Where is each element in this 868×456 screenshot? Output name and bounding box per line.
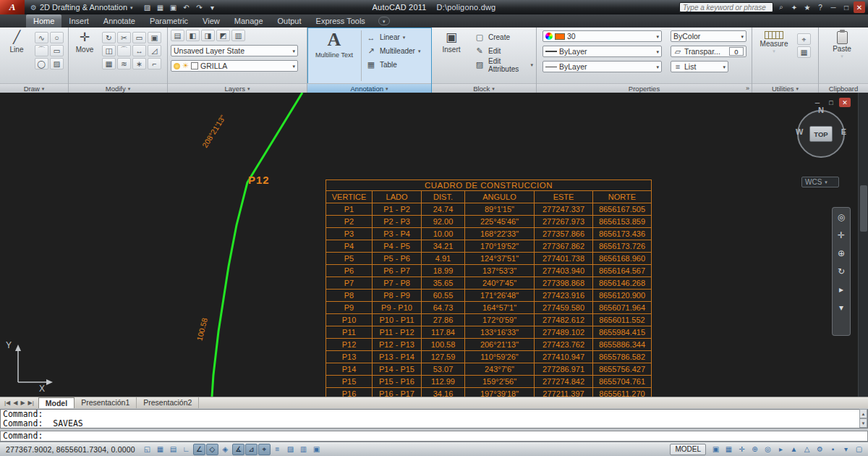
viewcube-east[interactable]: E [841,127,846,136]
object-snap-tracking-icon[interactable]: ∡ [232,444,244,455]
quick-calc-icon[interactable]: ▦ [797,46,811,58]
transparency-control[interactable]: ▱ Transpar... 0 [671,46,746,57]
explode-icon[interactable]: ∗ [132,58,146,69]
viewcube-top-face[interactable]: TOP [809,126,833,142]
ribbon-tab-view[interactable]: View [195,14,227,28]
status-menu-icon[interactable]: ▾ [840,444,852,455]
maximize-icon[interactable]: □ [841,1,852,13]
linetype-dropdown[interactable]: ByLayer [542,61,662,72]
infer-constraints-icon[interactable]: ◱ [141,444,153,455]
ribbon-tab-express-tools[interactable]: Express Tools [309,14,373,28]
list-dropdown[interactable]: ≡ List [671,61,728,72]
object-color-dropdown[interactable]: 30 [542,30,662,42]
polyline-icon[interactable]: ∿ [35,32,48,43]
quick-properties-icon[interactable]: ▥ [297,444,310,455]
circle-icon[interactable]: ○ [50,32,64,43]
ribbon-minimize-button[interactable] [378,17,390,25]
clean-screen-icon[interactable]: ▢ [853,444,865,455]
plot-style-dropdown[interactable]: ByColor [671,30,746,42]
line-button[interactable]: ╱ Line [1,30,32,54]
orbit-icon[interactable]: ↻ [835,265,848,278]
showmotion-icon[interactable]: ▸ [835,283,848,296]
linear-dimension-button[interactable]: ↔Linear [364,30,429,44]
last-layout-button[interactable]: ▶| [27,400,35,406]
quick-view-drawings-icon[interactable]: ▦ [723,444,735,455]
layer-isolate-icon[interactable]: ◧ [186,30,200,41]
command-input[interactable]: Command: [0,431,868,442]
selection-cycling-icon[interactable]: ▣ [310,444,323,455]
layout-tab-model[interactable]: Model [38,397,75,408]
snap-icon[interactable]: ▦ [154,444,166,455]
viewcube[interactable]: N W E TOP [793,106,849,162]
ribbon-tab-parametric[interactable]: Parametric [142,14,195,28]
insert-block-button[interactable]: ▣ Insert [435,30,468,54]
save-icon[interactable]: ▦ [155,1,166,13]
panel-footer-properties[interactable]: Properties [537,83,752,93]
array-icon[interactable]: ▦ [102,58,116,69]
copy-icon[interactable]: ▣ [148,32,161,43]
layer-properties-icon[interactable]: ▤ [171,30,184,41]
layout-tab-presentación2[interactable]: Presentación2 [137,397,199,408]
infocenter-search-input[interactable] [679,2,773,12]
scrollbar-thumb[interactable] [860,185,867,232]
edit-attributes-button[interactable]: ▨Edit Attributes [472,58,535,72]
measure-button[interactable]: Measure [757,31,791,54]
panel-footer-draw[interactable]: Draw [0,83,68,93]
layer-states-icon[interactable]: ▥ [231,30,245,41]
id-point-icon[interactable]: ⌖ [797,33,811,45]
subscription-center-icon[interactable]: ✦ [788,1,800,13]
redo-icon[interactable]: ↷ [194,1,205,13]
grid-icon[interactable]: ▤ [167,444,179,455]
ribbon-tab-insert[interactable]: Insert [61,14,96,28]
favorites-icon[interactable]: ★ [801,1,813,13]
ellipse-icon[interactable]: ◯ [35,58,48,69]
navbar-menu-icon[interactable]: ▾ [835,301,848,314]
steering-wheel-icon[interactable]: ◎ [835,211,848,224]
pan-icon[interactable]: ✛ [835,229,848,242]
scale-icon[interactable]: ◿ [148,45,161,56]
viewcube-west[interactable]: W [796,127,803,136]
open-icon[interactable]: ▨ [142,1,153,13]
annotation-scale-icon[interactable]: ▲ [788,444,800,455]
layer-freeze-icon[interactable]: ◨ [201,30,215,41]
command-scroll-up-icon[interactable] [859,409,867,418]
table-button[interactable]: ▦Table [364,58,429,72]
search-icon[interactable]: ⌕ [775,1,787,13]
dynamic-input-icon[interactable]: ⌖ [258,444,271,455]
workspace-switcher[interactable]: ⚙ 2D Drafting & Annotation [25,0,139,14]
prev-layout-button[interactable]: ◀ [12,400,18,406]
steering-wheel-icon[interactable]: ◎ [762,444,774,455]
showmotion-icon[interactable]: ▸ [775,444,787,455]
panel-footer-annotation[interactable]: Annotation [307,83,431,93]
paste-button[interactable]: Paste [826,31,858,59]
hatch-icon[interactable]: ▨ [50,58,64,69]
create-block-button[interactable]: ▢Create [472,30,535,44]
arc-icon[interactable]: ⌒ [35,45,48,56]
viewcube-north[interactable]: N [818,106,824,114]
panel-footer-utilities[interactable]: Utilities [752,83,818,93]
rotate-icon[interactable]: ↻ [102,32,116,43]
panel-footer-layers[interactable]: Layers [168,83,307,93]
move-button[interactable]: ✛ Move [70,30,99,54]
first-layout-button[interactable]: |◀ [4,400,11,406]
panel-footer-block[interactable]: Block [432,83,536,93]
ribbon-tab-manage[interactable]: Manage [227,14,271,28]
command-history[interactable]: Command:Command: _SAVEAS [0,409,868,428]
lineweight-icon[interactable]: ≡ [271,444,284,455]
multileader-button[interactable]: ↗Multileader [364,44,429,58]
pan-icon[interactable]: ✛ [736,444,748,455]
undo-icon[interactable]: ↶ [181,1,192,13]
minimize-icon[interactable]: ─ [827,1,839,13]
trim-icon[interactable]: ✂ [117,32,131,43]
next-layout-button[interactable]: ▶ [20,400,25,406]
wcs-dropdown[interactable]: WCS [801,177,839,187]
stretch-icon[interactable]: ↔ [132,45,146,56]
layout-tab-presentación1[interactable]: Presentación1 [75,397,137,408]
osnap-icon[interactable]: ◇ [206,444,218,455]
drawing-canvas[interactable]: Y X P12 208°21'13" 100.58 CUADRO DE CONS… [0,93,868,397]
erase-icon[interactable]: ▭ [132,32,146,43]
transparency-icon[interactable]: ▨ [284,444,297,455]
workspace-gear-icon[interactable]: ⚙ [814,444,826,455]
offset-icon[interactable]: ≋ [117,58,131,69]
model-space-button[interactable]: MODEL [670,444,706,455]
